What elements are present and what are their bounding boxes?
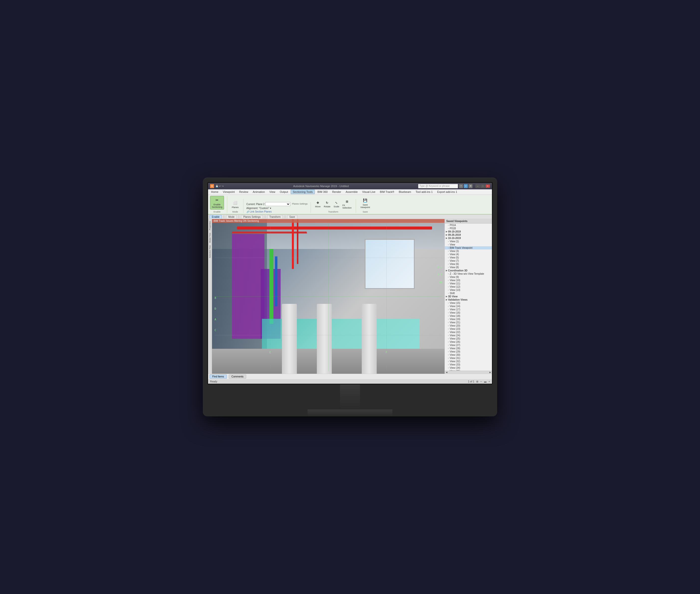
left-tab-model-tree[interactable]: Model Tree [208,232,211,244]
viewpoint-item-view21[interactable]: ○ View (21) [445,321,492,324]
enable-sectioning-button[interactable]: ✂ EnableSectioning [210,196,224,210]
scale-button[interactable]: ⤡ Scale [332,200,340,208]
planes-button[interactable]: ⬜ Planes [230,199,240,210]
viewpoint-item-view26[interactable]: ○ View (26) [445,340,492,343]
viewpoint-item-view9[interactable]: ○ View (9) [445,275,492,279]
viewpoint-item-z3d[interactable]: ○ Z - 3D View w/o View Template [445,272,492,275]
viewpoint-item-coord3d[interactable]: ▶ Coordination 3D [445,269,492,272]
menu-item-animation[interactable]: Animation [251,190,267,194]
viewpoint-item-view30[interactable]: ○ View (30) [445,353,492,357]
toolbar-tab-mode[interactable]: Mode [226,215,237,219]
menu-item-output[interactable]: Output [278,190,290,194]
zoom-slider[interactable]: ▬ [484,380,487,383]
viewpoint-item-3d-view[interactable]: ▶ 3D View [445,295,492,298]
viewpoint-item-view16[interactable]: ○ View (16) [445,311,492,314]
viewpoint-item-view25[interactable]: ○ View (25) [445,337,492,340]
viewpoint-item-view31[interactable]: ○ View (31) [445,357,492,360]
qat-btn-2[interactable]: ↩ [219,185,221,187]
help-icon[interactable]: ? [459,184,463,188]
viewpoint-item-view14[interactable]: ○ View (14) [445,305,492,308]
viewpoint-item-bim-track[interactable]: ○ BIM Track Viewpoint [445,246,492,250]
viewpoint-item-view6[interactable]: ○ View (6) [445,262,492,266]
viewpoint-item-view4[interactable]: ○ View (4) [445,253,492,256]
menu-item-bluebeam[interactable]: Bluebeam [397,190,413,194]
menu-item-review[interactable]: Review [237,190,250,194]
left-tab-properties[interactable]: Properties [208,220,211,231]
viewpoint-item-shift[interactable]: ○ Shift [445,292,492,295]
scroll-right-arrow[interactable]: ▶ [490,371,491,373]
viewpoint-item-view19[interactable]: ○ View (19) [445,318,492,321]
viewpoint-item-view1[interactable]: ○ View (1) [445,240,492,243]
viewpoint-item-view28[interactable]: ○ View (28) [445,347,492,350]
viewpoint-item-view23[interactable]: ○ View (23) [445,327,492,331]
toolbar-tab-transform[interactable]: Transform [267,215,283,219]
viewpoint-item-view11[interactable]: ○ View (11) [445,282,492,285]
viewpoint-item-view3[interactable]: ○ View (3) [445,250,492,253]
maximize-button[interactable]: □ [480,184,485,188]
viewpoint-item-view8[interactable]: ○ View (8) [445,266,492,269]
user-icon[interactable]: U [464,184,468,188]
viewpoint-item-view[interactable]: ○ View [445,243,492,246]
viewpoint-item-view33[interactable]: ○ View (33) [445,363,492,366]
save-viewpoint-button[interactable]: 💾 SaveViewpoint [359,196,372,210]
toolbar-tab-save[interactable]: Save [287,215,297,219]
qat-btn-1[interactable]: 💾 [215,185,218,187]
ribbon-row-link: Link Section Planes [246,210,291,213]
zoom-in-icon[interactable]: + [489,380,490,383]
menu-item-viewpoint[interactable]: Viewpoint [221,190,237,194]
find-items-tab[interactable]: Find Items [209,374,227,379]
viewpoint-item-view10[interactable]: ○ View (10) [445,279,492,282]
viewpoint-item-view20[interactable]: ○ View (20) [445,324,492,327]
viewpoint-item-p01a[interactable]: ○ P01A [445,224,492,227]
rotate-button[interactable]: ↻ Rotate [323,200,332,208]
view-options-icon[interactable]: ⊞ [476,380,478,383]
scroll-left-arrow[interactable]: ◀ [446,371,447,373]
move-button[interactable]: ✥ Move [314,200,322,208]
viewpoint-item-10102019[interactable]: ▶ 10-10-2019 [445,236,492,240]
close-button[interactable]: ✕ [486,184,490,188]
viewpoint-item-view12[interactable]: ○ View (12) [445,285,492,288]
menu-item-view[interactable]: View [267,190,277,194]
viewpoint-item-09192019[interactable]: ▶ 09-19-2019 [445,230,492,233]
zoom-out-icon[interactable]: ─ [480,380,482,383]
left-tab-selection-tree[interactable]: Selection Tree [208,244,211,259]
scene-label-c: C [214,329,216,332]
viewpoint-item-view15[interactable]: ○ View (15) [445,301,492,305]
viewport[interactable]: BIM Track: Issues filtering ON Sectionin… [212,219,444,374]
viewpoint-item-view7[interactable]: ○ View (7) [445,259,492,262]
toolbar-tab-planes-settings[interactable]: Planes Settings [241,215,263,219]
comments-tab[interactable]: Comments [229,374,246,379]
qat-btn-3[interactable]: ↪ [222,185,224,187]
viewpoint-item-view17[interactable]: ○ View (17) [445,308,492,311]
menu-item-render[interactable]: Render [330,190,343,194]
viewpoint-item-09262019[interactable]: ▶ 09-26-2019 [445,233,492,236]
viewpoint-item-view27[interactable]: ○ View (27) [445,343,492,347]
viewpoint-item-view34[interactable]: ○ View (34) [445,366,492,369]
viewpoint-item-view5[interactable]: ○ View (5) [445,256,492,259]
fit-selection-button[interactable]: ⊞ FitSelection [341,199,353,209]
viewpoint-item-view13[interactable]: ○ View (13) [445,288,492,292]
toolbar-tab-enable[interactable]: Enable [209,215,222,219]
settings-icon[interactable]: ⚙ [468,184,472,188]
viewpoints-list[interactable]: ○ P01A ○ P01B ▶ 09-19-2019 ▶ 09-26-2019 [445,224,492,371]
viewpoint-item-view22[interactable]: ○ View (22) [445,331,492,334]
viewpoint-label-validation: Validation Views [448,298,467,301]
menu-item-sectioning-tools[interactable]: Sectioning Tools [291,190,315,194]
menu-item-assemble[interactable]: Assemble [343,190,360,194]
menu-item-tool-addins[interactable]: Tool add-ins 1 [413,190,435,194]
current-plane-select[interactable] [265,202,290,206]
menu-item-bim-track[interactable]: BIM Track® [378,190,396,194]
search-box[interactable]: Type @ Keyword or phrase [418,184,458,188]
viewpoint-item-validation[interactable]: ▶ Validation Views [445,298,492,301]
viewpoint-item-view32[interactable]: ○ View (32) [445,360,492,363]
viewpoint-item-view29[interactable]: ○ View (29) [445,350,492,353]
viewpoint-item-p01b[interactable]: ○ P01B [445,227,492,230]
menu-item-visual-live[interactable]: Visual Live [360,190,377,194]
menu-item-bim360[interactable]: BIM 360 [315,190,330,194]
menu-item-home[interactable]: Home [209,190,220,194]
link-section-planes[interactable]: Link Section Planes [246,210,272,213]
minimize-button[interactable]: ─ [475,184,480,188]
menu-item-export-addins[interactable]: Export add-ins 1 [435,190,459,194]
viewpoint-item-view18[interactable]: ○ View (18) [445,314,492,318]
viewpoint-item-view24[interactable]: ○ View (24) [445,334,492,337]
